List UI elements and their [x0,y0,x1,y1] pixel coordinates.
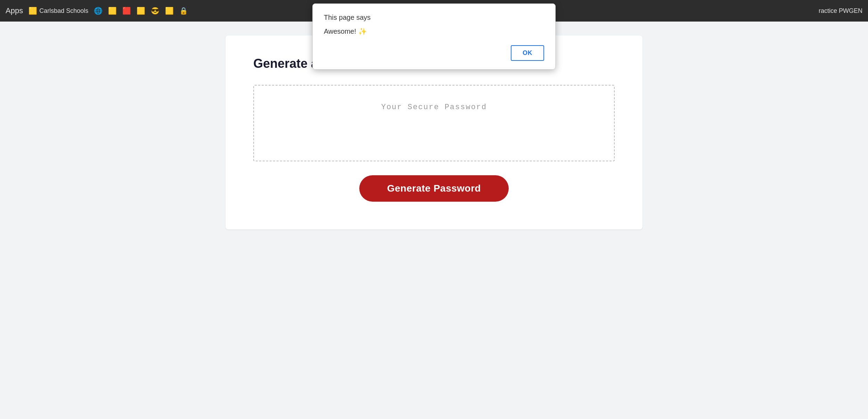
modal-overlay: This page says Awesome! ✨ OK [0,0,868,419]
dialog-message: Awesome! ✨ [324,27,544,35]
dialog-ok-button[interactable]: OK [511,45,544,61]
dialog-box: This page says Awesome! ✨ OK [312,3,556,70]
dialog-title: This page says [324,14,544,22]
dialog-buttons: OK [324,45,544,61]
